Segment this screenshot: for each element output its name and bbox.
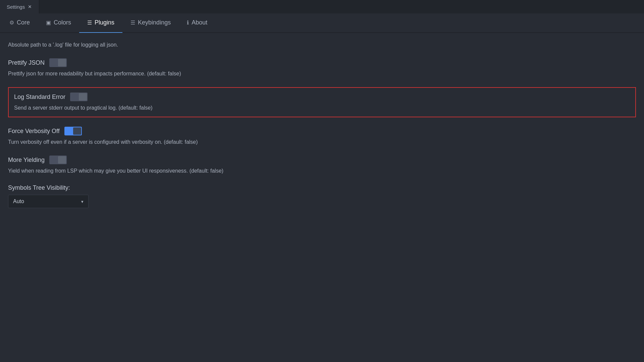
title-bar: Settings ✕	[0, 0, 644, 13]
prettify-json-desc: Prettify json for more readability but i…	[8, 70, 636, 78]
prettify-json-label: Prettify JSON	[8, 59, 45, 66]
keybindings-icon: ☰	[130, 19, 135, 26]
symbols-tree-block: Symbols Tree Visibility: Auto ▾	[8, 184, 636, 208]
plugins-icon: ☰	[87, 19, 92, 26]
nav-tabs: ⚙ Core ▣ Colors ☰ Plugins ☰ Keybindings …	[0, 13, 644, 33]
log-standard-error-toggle[interactable]	[70, 93, 88, 101]
tab-about-label: About	[192, 19, 207, 26]
tab-keybindings-label: Keybindings	[138, 19, 171, 26]
log-path-desc: Absolute path to a '.log' file for loggi…	[8, 41, 636, 49]
prettify-json-toggle[interactable]	[49, 58, 67, 67]
tab-plugins[interactable]: ☰ Plugins	[79, 13, 122, 33]
more-yielding-row: More Yielding	[8, 156, 636, 164]
tab-plugins-label: Plugins	[95, 19, 114, 26]
settings-window: Settings ✕ ⚙ Core ▣ Colors ☰ Plugins ☰ K…	[0, 0, 644, 362]
title-tab[interactable]: Settings ✕	[0, 0, 39, 13]
tab-colors-label: Colors	[54, 19, 71, 26]
force-verbosity-knob	[73, 127, 81, 135]
force-verbosity-row: Force Verbosity Off	[8, 127, 636, 135]
log-standard-error-knob	[79, 93, 87, 101]
tab-about[interactable]: ℹ About	[179, 13, 215, 33]
more-yielding-block: More Yielding Yield when reading from LS…	[8, 156, 636, 175]
tab-colors[interactable]: ▣ Colors	[38, 13, 79, 33]
settings-content: Absolute path to a '.log' file for loggi…	[0, 33, 644, 362]
title-text: Settings	[7, 4, 25, 10]
force-verbosity-block: Force Verbosity Off Turn verbosity off e…	[8, 127, 636, 146]
symbols-tree-dropdown[interactable]: Auto ▾	[8, 195, 89, 208]
more-yielding-label: More Yielding	[8, 157, 45, 164]
force-verbosity-desc: Turn verbosity off even if a server is c…	[8, 138, 636, 146]
dropdown-arrow-icon: ▾	[81, 199, 84, 204]
log-standard-error-row: Log Standard Error	[14, 93, 630, 101]
log-standard-error-label: Log Standard Error	[14, 94, 65, 101]
more-yielding-knob	[58, 156, 66, 164]
colors-icon: ▣	[46, 19, 51, 26]
log-standard-error-desc: Send a server stderr output to pragtical…	[14, 104, 630, 112]
prettify-json-row: Prettify JSON	[8, 58, 636, 67]
prettify-json-knob	[58, 59, 66, 66]
symbols-tree-label: Symbols Tree Visibility:	[8, 184, 636, 191]
force-verbosity-toggle[interactable]	[64, 127, 82, 135]
tab-keybindings[interactable]: ☰ Keybindings	[122, 13, 179, 33]
about-icon: ℹ	[187, 19, 189, 26]
close-button[interactable]: ✕	[28, 4, 32, 9]
log-path-block: Absolute path to a '.log' file for loggi…	[8, 41, 636, 49]
prettify-json-block: Prettify JSON Prettify json for more rea…	[8, 58, 636, 78]
tab-core-label: Core	[17, 19, 30, 26]
log-standard-error-block: Log Standard Error Send a server stderr …	[8, 87, 636, 117]
core-icon: ⚙	[9, 19, 14, 26]
tab-core[interactable]: ⚙ Core	[1, 13, 38, 33]
symbols-tree-value: Auto	[13, 198, 24, 204]
more-yielding-toggle[interactable]	[49, 156, 67, 164]
more-yielding-desc: Yield when reading from LSP which may gi…	[8, 167, 636, 175]
force-verbosity-label: Force Verbosity Off	[8, 128, 60, 135]
